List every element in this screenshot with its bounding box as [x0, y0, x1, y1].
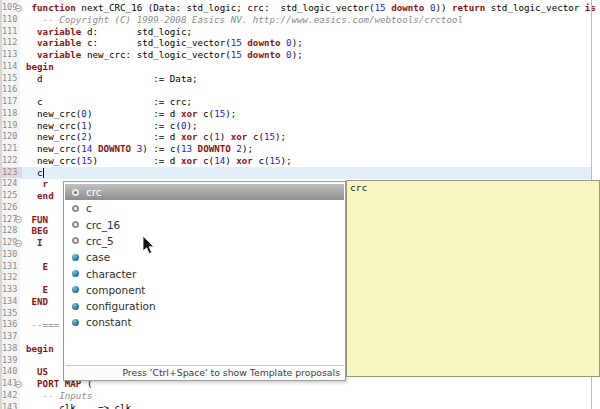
- line-number: 130: [2, 249, 14, 261]
- line-number: 142: [2, 390, 14, 402]
- proposal-item-constant[interactable]: constant: [65, 314, 344, 330]
- tooltip-text: crc: [350, 182, 367, 193]
- code-line-137: [20, 331, 26, 343]
- proposal-item-configuration[interactable]: configuration: [65, 298, 344, 314]
- code-line-131: E: [20, 261, 48, 273]
- line-number: 133: [2, 284, 14, 296]
- line-number: 129: [2, 237, 14, 249]
- proposal-label: crc_5: [86, 233, 114, 249]
- code-line-116: [20, 84, 26, 96]
- gutter-line-114: 114: [2, 61, 22, 73]
- code-line-109: function next_CRC_16 (Data: std_logic; c…: [20, 2, 596, 14]
- gutter-line-120: 120: [2, 131, 22, 143]
- line-number: 112: [2, 37, 14, 49]
- gutter-line-128: 128: [2, 225, 22, 237]
- proposal-item-crc_16[interactable]: crc_16: [65, 217, 344, 233]
- keyword-proposal-icon: [72, 303, 79, 310]
- gutter-line-124: 124: [2, 178, 22, 190]
- proposal-item-component[interactable]: component: [65, 282, 344, 298]
- text-caret: [43, 168, 45, 178]
- gutter-line-139: 139: [2, 355, 22, 367]
- proposal-item-crc_5[interactable]: crc_5: [65, 233, 344, 249]
- proposal-item-c[interactable]: c: [65, 200, 344, 216]
- gutter-line-127: 127: [2, 214, 22, 226]
- code-line-129: I: [20, 237, 43, 249]
- status-text: Press 'Ctrl+Space' to show Template prop…: [122, 367, 340, 378]
- code-line-132: [20, 272, 26, 284]
- line-number: 127: [2, 214, 14, 226]
- gutter-line-115: 115: [2, 73, 22, 85]
- code-line-124: r: [20, 178, 48, 190]
- line-number: 126: [2, 202, 14, 214]
- proposal-item-crc[interactable]: crc: [65, 184, 344, 200]
- proposal-item-case[interactable]: case: [65, 249, 344, 265]
- code-line-110: -- Copyright (C) 1999-2008 Easics NV. ht…: [20, 14, 463, 26]
- code-line-112: variable c: std_logic_vector(15 downto 0…: [20, 37, 303, 49]
- code-line-136: --===: [20, 319, 59, 331]
- line-number: 124: [2, 178, 14, 190]
- code-line-119: new_crc(1) := c(0);: [20, 120, 198, 132]
- gutter-line-137: 137: [2, 331, 22, 343]
- gutter-line-112: 112: [2, 37, 22, 49]
- ide-screen: 1081091101111121131141151161171181191201…: [0, 0, 600, 409]
- proposal-label: configuration: [86, 298, 156, 314]
- line-number: 115: [2, 73, 14, 85]
- line-number: 143: [2, 402, 14, 409]
- code-line-140: US: [20, 366, 48, 378]
- line-number: 121: [2, 143, 14, 155]
- line-number: 110: [2, 14, 14, 26]
- mouse-cursor-icon: [142, 236, 156, 256]
- code-line-127: FUN: [20, 214, 48, 226]
- code-line-118: new_crc(0) := d xor c(15);: [20, 108, 236, 120]
- gutter-line-110: 110: [2, 14, 22, 26]
- line-number: 117: [2, 96, 14, 108]
- line-number: 137: [2, 331, 14, 343]
- variable-proposal-icon: [72, 221, 79, 228]
- gutter-line-141: 141: [2, 378, 22, 390]
- gutter-line-142: 142: [2, 390, 22, 402]
- code-line-111: variable d: std_logic;: [20, 26, 192, 38]
- proposal-label: component: [86, 282, 145, 298]
- gutter-line-133: 133: [2, 284, 22, 296]
- code-line-121: new_crc(14 DOWNTO 3) := c(13 DOWNTO 2);: [20, 143, 253, 155]
- line-number: 138: [2, 343, 14, 355]
- line-number: 139: [2, 355, 14, 367]
- gutter-line-129: 129: [2, 237, 22, 249]
- code-line-139: [20, 355, 26, 367]
- proposal-info-tooltip: crc: [346, 180, 600, 377]
- line-number-gutter: 1081091101111121131141151161171181191201…: [0, 0, 20, 409]
- gutter-line-109: 109: [2, 2, 22, 14]
- line-number: 131: [2, 261, 14, 273]
- line-number: 119: [2, 120, 14, 132]
- variable-proposal-icon: [72, 237, 79, 244]
- line-number: 113: [2, 49, 14, 61]
- current-line-highlight: [20, 167, 591, 179]
- line-number: 123: [2, 167, 14, 179]
- code-line-135: [20, 308, 26, 320]
- code-line-130: [20, 249, 26, 261]
- line-number: 128: [2, 225, 14, 237]
- code-line-143: clk => clk,: [20, 402, 137, 409]
- gutter-line-117: 117: [2, 96, 22, 108]
- content-assist-popup: crcccrc_16crc_5casecharactercomponentcon…: [63, 181, 346, 381]
- proposal-label: crc_16: [86, 217, 120, 233]
- proposal-item-character[interactable]: character: [65, 266, 344, 282]
- line-number: 114: [2, 61, 14, 73]
- code-line-122: new_crc(15) := d xor c(14) xor c(15);: [20, 155, 292, 167]
- proposal-status-bar: Press 'Ctrl+Space' to show Template prop…: [65, 365, 344, 379]
- keyword-proposal-icon: [72, 254, 79, 261]
- code-line-114: begin: [20, 61, 54, 73]
- line-number: 140: [2, 366, 14, 378]
- code-line-123: c: [20, 167, 43, 179]
- gutter-line-121: 121: [2, 143, 22, 155]
- gutter-line-135: 135: [2, 308, 22, 320]
- code-line-142: -- Inputs: [20, 390, 92, 402]
- code-line-120: new_crc(2) := d xor c(1) xor c(15);: [20, 131, 286, 143]
- line-number: 132: [2, 272, 14, 284]
- line-number: 118: [2, 108, 14, 120]
- line-number: 141: [2, 378, 14, 390]
- gutter-line-118: 118: [2, 108, 22, 120]
- code-line-125: end: [20, 190, 54, 202]
- gutter-line-132: 132: [2, 272, 22, 284]
- gutter-line-113: 113: [2, 49, 22, 61]
